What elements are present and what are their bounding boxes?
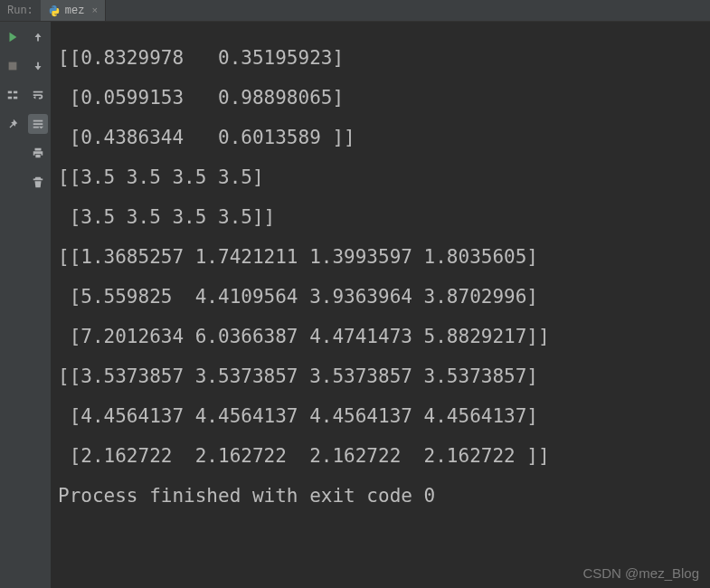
console-line: [7.2012634 6.0366387 4.4741473 5.8829217… — [58, 317, 703, 356]
console-line: [5.559825 4.4109564 3.9363964 3.8702996] — [58, 277, 703, 317]
tab-close-icon[interactable]: × — [91, 5, 98, 16]
toolbar-left-col2 — [25, 22, 51, 588]
trash-button[interactable] — [28, 172, 48, 192]
console-line: [0.0599153 0.98898065] — [58, 78, 703, 118]
print-button[interactable] — [28, 143, 48, 163]
tab-name: mez — [65, 5, 85, 17]
svg-rect-0 — [9, 62, 17, 71]
top-bar: Run: mez × — [0, 0, 710, 22]
console-line: [[3.5 3.5 3.5 3.5] — [58, 157, 703, 197]
svg-rect-1 — [8, 91, 12, 94]
run-tab[interactable]: mez × — [41, 0, 106, 21]
toolbar-left-col1 — [0, 22, 25, 588]
console-line: [2.162722 2.162722 2.162722 2.162722 ]] — [58, 436, 703, 476]
down-button[interactable] — [28, 56, 48, 76]
console-line: [3.5 3.5 3.5 3.5]] — [58, 197, 703, 237]
console-line: [[0.8329978 0.35195923] — [58, 38, 703, 78]
console-output: [[0.8329978 0.35195923] [0.0599153 0.988… — [51, 22, 710, 588]
scroll-to-end-button[interactable] — [28, 114, 48, 134]
run-label: Run: — [0, 5, 41, 17]
console-line: [0.4386344 0.6013589 ]] — [58, 118, 703, 157]
layout-button[interactable] — [3, 85, 23, 105]
rerun-button[interactable] — [3, 27, 23, 47]
console-line: Process finished with exit code 0 — [58, 476, 703, 516]
svg-rect-3 — [8, 97, 12, 100]
softwrap-button[interactable] — [28, 85, 48, 105]
svg-rect-4 — [14, 97, 17, 100]
stop-button[interactable] — [3, 56, 23, 76]
main-area: [[0.8329978 0.35195923] [0.0599153 0.988… — [0, 22, 710, 588]
watermark: CSDN @mez_Blog — [582, 565, 699, 581]
python-icon — [48, 5, 61, 17]
up-button[interactable] — [28, 27, 48, 47]
console-line: [[1.3685257 1.7421211 1.3993597 1.803560… — [58, 237, 703, 277]
pin-button[interactable] — [3, 114, 23, 134]
console-line: [[3.5373857 3.5373857 3.5373857 3.537385… — [58, 356, 703, 396]
console-line: [4.4564137 4.4564137 4.4564137 4.4564137… — [58, 396, 703, 436]
svg-rect-2 — [14, 91, 17, 94]
